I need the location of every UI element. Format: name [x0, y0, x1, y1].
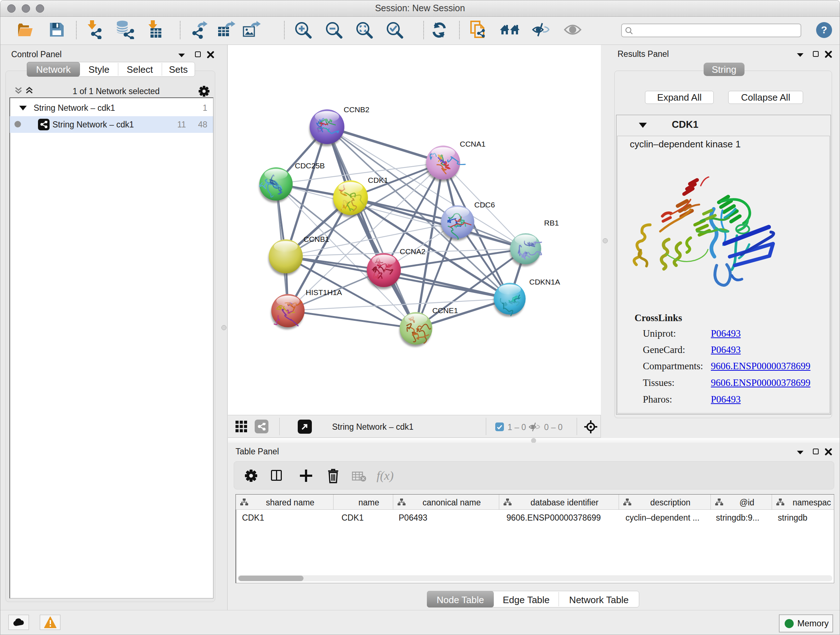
svg-text:RB1: RB1: [544, 219, 559, 227]
svg-text:CCNA2: CCNA2: [400, 247, 425, 256]
svg-text:CDKN1A: CDKN1A: [529, 278, 560, 286]
svg-text:CCNA1: CCNA1: [460, 140, 485, 148]
svg-text:CCNE1: CCNE1: [432, 306, 458, 315]
svg-text:CCNB1: CCNB1: [303, 235, 329, 243]
svg-text:HIST1H1A: HIST1H1A: [306, 288, 342, 296]
svg-text:?: ?: [821, 24, 827, 35]
svg-text:CCNB2: CCNB2: [344, 105, 369, 114]
svg-text:CDC25B: CDC25B: [295, 162, 325, 170]
svg-text:CDK1: CDK1: [368, 176, 388, 184]
svg-text:CDC6: CDC6: [474, 201, 495, 209]
